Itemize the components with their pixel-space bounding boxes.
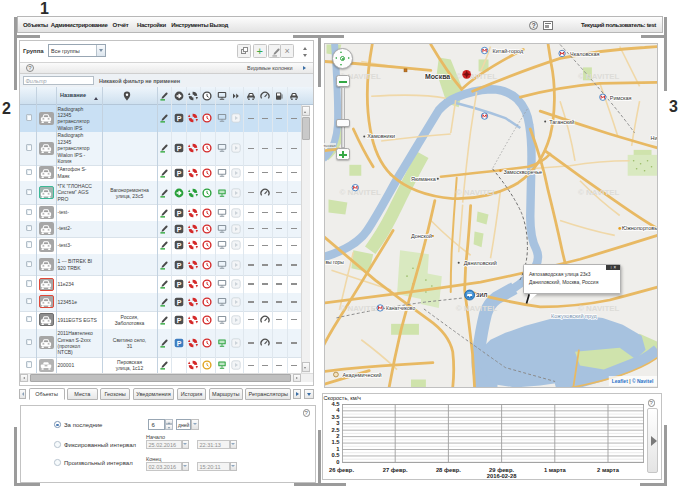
svg-text:Римская: Римская <box>609 95 631 101</box>
svg-text:© NAVITEL: © NAVITEL <box>577 72 619 81</box>
svg-text:Москва: Москва <box>424 72 449 79</box>
svg-text:Ниже: Ниже <box>650 134 657 140</box>
svg-text:Якиманка: Якиманка <box>410 175 436 181</box>
svg-text:© NAVITEL: © NAVITEL <box>577 303 619 312</box>
svg-text:Кожуховский пруд: Кожуховский пруд <box>551 313 597 319</box>
svg-text:© NAVITEL: © NAVITEL <box>455 187 497 196</box>
svg-text:Хамовники: Хамовники <box>367 133 395 139</box>
svg-text:ЗИЛ: ЗИЛ <box>476 292 487 298</box>
svg-text:Китай-город: Китай-город <box>492 48 523 54</box>
svg-text:© NAVITEL: © NAVITEL <box>577 187 619 196</box>
svg-text:Таганский: Таганский <box>549 118 574 124</box>
svg-text:Канатчиково: Канатчиково <box>386 306 415 311</box>
svg-text:вы горы: вы горы <box>325 259 344 264</box>
svg-text:Чкаловская: Чкаловская <box>570 50 600 56</box>
svg-text:Даниловский: Даниловский <box>463 259 496 265</box>
svg-text:Замоскворечье: Замоскворечье <box>503 168 542 174</box>
svg-text:Академический: Академический <box>342 372 381 378</box>
svg-text:Южнопортовый: Южнопортовый <box>621 225 657 231</box>
svg-text:© NAVITEL: © NAVITEL <box>339 187 381 196</box>
svg-text:Leaflet | © Navitel: Leaflet | © Navitel <box>611 377 653 383</box>
svg-text:© NAVITEL: © NAVITEL <box>339 303 381 312</box>
svg-text:Донской: Донской <box>410 232 431 238</box>
svg-text:© NAVITEL: © NAVITEL <box>455 72 497 81</box>
svg-text:© NAVITEL: © NAVITEL <box>455 303 497 312</box>
